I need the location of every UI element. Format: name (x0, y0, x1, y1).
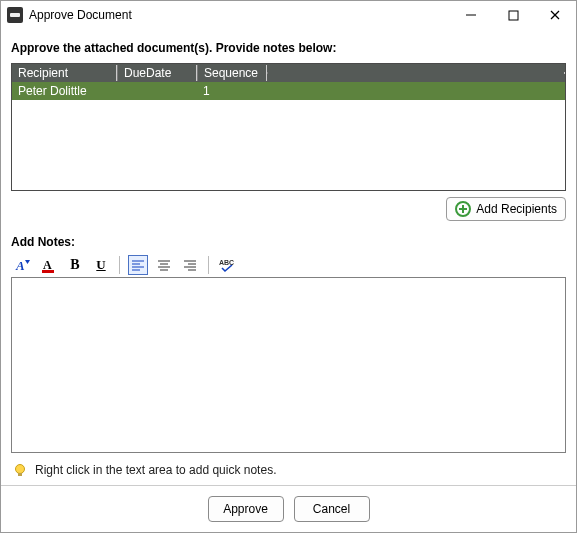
align-right-icon (183, 258, 197, 272)
bold-button[interactable]: B (65, 255, 85, 275)
hint-text: Right click in the text area to add quic… (35, 463, 276, 477)
maximize-icon (508, 10, 519, 21)
cell-recipient: Peter Dolittle (12, 83, 117, 99)
svg-text:A: A (15, 258, 25, 273)
underline-button[interactable]: U (91, 255, 111, 275)
col-header-rest (267, 72, 565, 74)
toolbar-separator (208, 256, 209, 274)
instruction-text: Approve the attached document(s). Provid… (11, 41, 566, 55)
app-icon (7, 7, 23, 23)
spellcheck-icon: ABC (219, 257, 235, 273)
approve-button[interactable]: Approve (208, 496, 284, 522)
align-center-icon (157, 258, 171, 272)
close-button[interactable] (534, 1, 576, 29)
font-color-button[interactable]: A (39, 255, 59, 275)
font-color-icon: A (41, 257, 57, 273)
font-style-icon: A (15, 257, 31, 273)
minimize-icon (465, 9, 477, 21)
svg-text:A: A (43, 258, 52, 272)
dialog-footer: Approve Cancel (1, 485, 576, 532)
svg-point-20 (16, 465, 25, 474)
align-left-icon (131, 258, 145, 272)
font-style-button[interactable]: A (13, 255, 33, 275)
svg-rect-1 (509, 11, 518, 20)
add-recipients-button[interactable]: Add Recipients (446, 197, 566, 221)
align-center-button[interactable] (154, 255, 174, 275)
cell-sequence: 1 (197, 83, 267, 99)
add-notes-label: Add Notes: (11, 235, 566, 249)
toolbar-separator (119, 256, 120, 274)
col-header-recipient[interactable]: Recipient (12, 65, 117, 81)
table-row[interactable]: Peter Dolittle 1 (12, 82, 565, 100)
grid-header: Recipient DueDate Sequence (12, 64, 565, 82)
spellcheck-button[interactable]: ABC (217, 255, 237, 275)
add-recipients-label: Add Recipients (476, 202, 557, 216)
close-icon (549, 9, 561, 21)
minimize-button[interactable] (450, 1, 492, 29)
lightbulb-icon (13, 463, 27, 477)
recipients-grid[interactable]: Recipient DueDate Sequence Peter Dolittl… (11, 63, 566, 191)
bold-icon: B (70, 257, 79, 273)
editor-toolbar: A A B U ABC (11, 255, 566, 277)
align-left-button[interactable] (128, 255, 148, 275)
col-header-duedate[interactable]: DueDate (117, 65, 197, 81)
cell-duedate (117, 90, 197, 92)
svg-rect-21 (18, 473, 22, 476)
window-title: Approve Document (29, 8, 132, 22)
underline-icon: U (96, 257, 105, 273)
plus-circle-icon (455, 201, 471, 217)
maximize-button[interactable] (492, 1, 534, 29)
titlebar: Approve Document (1, 1, 576, 29)
align-right-button[interactable] (180, 255, 200, 275)
notes-textarea[interactable] (11, 277, 566, 453)
col-header-sequence[interactable]: Sequence (197, 65, 267, 81)
svg-rect-6 (42, 270, 54, 273)
cancel-button[interactable]: Cancel (294, 496, 370, 522)
